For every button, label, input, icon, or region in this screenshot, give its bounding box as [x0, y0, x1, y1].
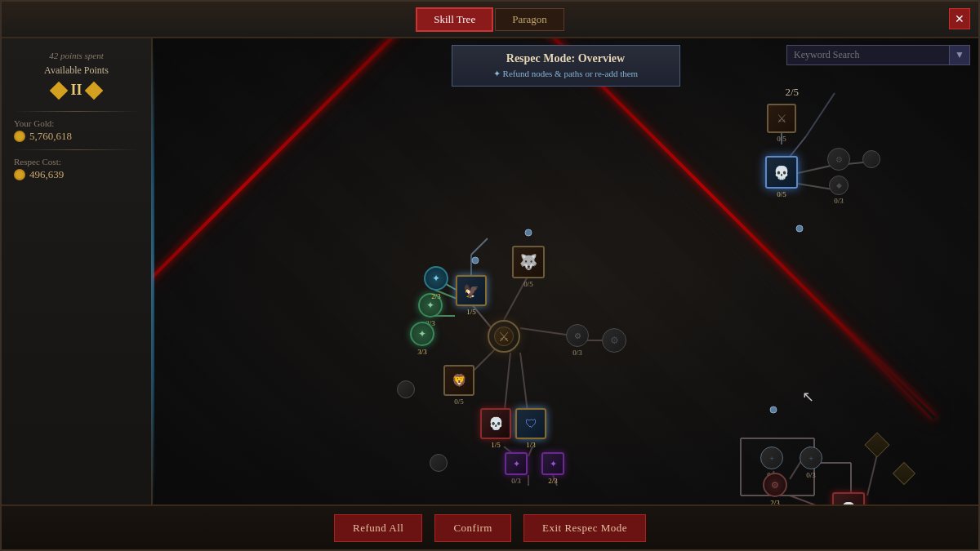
skill-tree-area[interactable]: Respec Mode: Overview Refund nodes & pat…	[153, 38, 978, 504]
respec-amount: 496,639	[29, 168, 64, 181]
main-container: Skill Tree Paragon ✕ 42 points spent Ava…	[0, 0, 980, 551]
tooltip-desc: Refund nodes & paths or re-add them	[466, 69, 666, 79]
respec-cost-label: Respec Cost:	[14, 157, 139, 167]
svg-line-17	[790, 495, 822, 504]
confirm-button[interactable]: Confirm	[434, 514, 511, 542]
top-frame-node[interactable]: 🐺 0/5	[512, 246, 545, 288]
divider-1	[14, 111, 139, 112]
top-right-inactive-2-label: 0/3	[829, 197, 849, 205]
top-right-inactive-2[interactable]: ◆ 0/3	[829, 176, 849, 205]
purple-node-2[interactable]: ✦ 2/3	[541, 452, 564, 485]
gold-row: Your Gold: 5,760,618	[14, 118, 139, 143]
bottom-left-frame-node[interactable]: 🦁 0/5	[443, 365, 474, 406]
svg-point-34	[796, 225, 803, 232]
top-right-frame-label: 0/5	[765, 190, 798, 198]
coin-icon-respec	[14, 169, 25, 180]
purple-node-1-label: 0/3	[505, 477, 528, 485]
mid-left-frame-label: 1/5	[456, 308, 487, 316]
bottom-right-inactive-2[interactable]: + 0/3	[800, 447, 822, 479]
svg-line-18	[867, 455, 877, 495]
right-inactive-node-1[interactable]: ⚙ 0/3	[566, 324, 589, 357]
respec-cost-value: 496,639	[14, 168, 139, 181]
points-spent-label: 42 points spent	[14, 51, 139, 60]
diamond-node-2[interactable]	[896, 465, 912, 482]
mid-left-frame-node[interactable]: 🦅 1/5	[456, 275, 487, 316]
teal-node-1[interactable]: ✦ 2/3	[424, 266, 448, 300]
tab-paragon[interactable]: Paragon	[495, 8, 564, 31]
bottom-right-dark-label: 2/3	[763, 499, 787, 504]
diamond-node-1[interactable]	[868, 436, 886, 454]
coin-icon-gold	[14, 131, 25, 142]
points-value: II	[70, 82, 82, 99]
right-inactive-node-2[interactable]: ⚙	[602, 328, 626, 353]
green-node-2-label: 3/3	[410, 348, 434, 356]
keyword-search-input[interactable]	[786, 45, 950, 65]
green-node-2[interactable]: ✦ 3/3	[410, 322, 434, 356]
divider-2	[14, 149, 139, 150]
bottom-frame-blue-node[interactable]: 🛡 1/3	[515, 408, 546, 449]
top-right-inactive-3[interactable]	[862, 150, 880, 168]
top-frame-2-label: 0/5	[767, 135, 796, 143]
diamond-left-icon	[50, 81, 69, 100]
bottom-frame-red-label: 1/5	[480, 441, 511, 449]
tooltip-title: Respec Mode: Overview	[466, 52, 666, 65]
gold-value: 5,760,618	[14, 130, 139, 143]
exit-respec-button[interactable]: Exit Respec Mode	[523, 514, 646, 542]
top-frame-label: 0/5	[512, 280, 545, 288]
counter-top-right: 2/5	[785, 86, 799, 99]
svg-point-32	[525, 229, 532, 236]
available-points-label: Available Points	[14, 64, 139, 77]
top-right-frame-node[interactable]: 💀 0/5	[765, 156, 798, 198]
hub-node[interactable]: ⚔	[488, 320, 520, 353]
bottom-frame-red-node[interactable]: 💀 1/5	[480, 408, 511, 449]
small-left-node-2[interactable]	[430, 454, 448, 472]
purple-node-1[interactable]: ✦ 0/3	[505, 452, 528, 485]
small-left-node-1[interactable]	[397, 380, 415, 398]
gold-label: Your Gold:	[14, 118, 139, 128]
bottom-right-inactive-2-label: 0/3	[800, 471, 822, 479]
bottom-right-frame-node[interactable]: 💀 1/5	[832, 492, 865, 504]
panel-glow	[151, 38, 154, 512]
purple-node-2-label: 2/3	[541, 477, 564, 485]
top-bar: Skill Tree Paragon ✕	[2, 2, 978, 38]
diamond-right-icon	[84, 81, 103, 100]
close-button[interactable]: ✕	[949, 8, 970, 29]
left-panel: 42 points spent Available Points II Your…	[2, 38, 153, 512]
tab-skill-tree[interactable]: Skill Tree	[416, 7, 493, 32]
skill-tree-connections	[153, 38, 978, 504]
keyword-dropdown-button[interactable]: ▼	[950, 45, 970, 65]
svg-line-24	[806, 93, 835, 136]
refund-all-button[interactable]: Refund All	[334, 514, 422, 542]
bottom-bar: Refund All Confirm Exit Respec Mode	[2, 504, 978, 549]
respec-tooltip: Respec Mode: Overview Refund nodes & pat…	[452, 45, 680, 87]
svg-point-35	[770, 407, 777, 413]
bottom-left-frame-label: 0/5	[443, 398, 474, 406]
respec-cost-row: Respec Cost: 496,639	[14, 157, 139, 181]
bottom-frame-blue-label: 1/3	[515, 441, 546, 449]
svg-point-33	[472, 257, 479, 264]
bottom-right-dark-node[interactable]: ⚙ 2/3	[763, 473, 787, 504]
right-inactive-1-label: 0/3	[566, 349, 589, 357]
keyword-search-container: ▼	[786, 45, 970, 65]
svg-line-22	[798, 184, 833, 189]
points-display: II	[14, 82, 139, 99]
teal-node-1-label: 2/3	[424, 292, 448, 300]
top-right-inactive-1[interactable]: ⚙	[827, 148, 850, 171]
gold-amount: 5,760,618	[29, 130, 72, 143]
svg-line-10	[471, 238, 488, 255]
top-frame-2-node[interactable]: ⚔ 0/5	[767, 104, 796, 143]
